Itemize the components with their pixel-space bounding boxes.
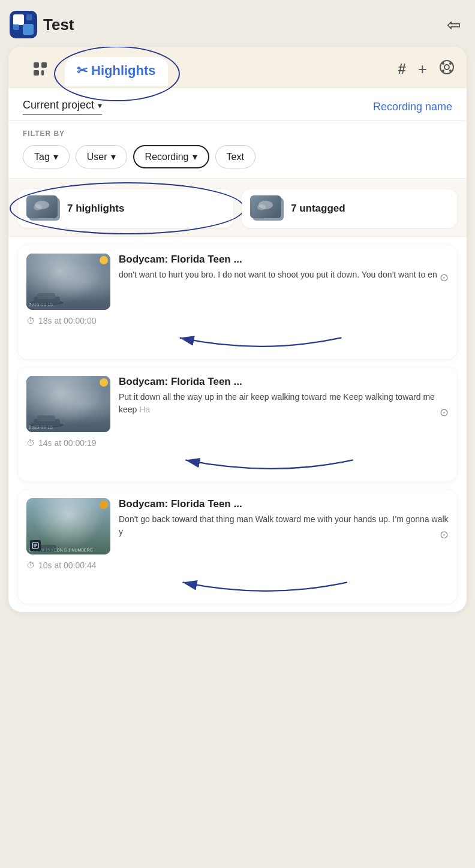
highlight-info-3: Bodycam: Florida Teen ... Don't go back … bbox=[119, 498, 449, 543]
svg-point-11 bbox=[442, 62, 444, 65]
highlight-card-3-inner: 2023 09 15 XEON S 1 NUMBERG Bodycam: Flo… bbox=[18, 490, 457, 554]
highlights-thumb-stack bbox=[26, 195, 61, 222]
untagged-thumb-front bbox=[250, 195, 281, 218]
tab-bar: ✂ Highlights # + bbox=[8, 47, 467, 88]
highlight-card-2: 2023 09 15 Bodycam: Florida Teen ... Put… bbox=[18, 367, 457, 481]
summary-highlights-card[interactable]: 7 highlights bbox=[18, 189, 233, 228]
back-button[interactable]: ⇦ bbox=[447, 15, 461, 35]
highlight-text-muted-2: Ha bbox=[139, 405, 150, 414]
highlight-title-1: Bodycam: Florida Teen ... bbox=[119, 254, 449, 266]
highlight-text-content-2: Put it down all the way up in the air ke… bbox=[119, 392, 435, 414]
highlight-card-2-inner: 2023 09 15 Bodycam: Florida Teen ... Put… bbox=[18, 367, 457, 432]
filter-recording-button[interactable]: Recording ▾ bbox=[133, 145, 209, 168]
highlights-count: 7 highlights bbox=[67, 203, 124, 215]
highlight-info-2: Bodycam: Florida Teen ... Put it down al… bbox=[119, 376, 449, 421]
thumb-badge-3 bbox=[100, 501, 108, 509]
app-title: Test bbox=[43, 16, 74, 34]
svg-point-18 bbox=[257, 204, 266, 210]
arrow-annotation-3 bbox=[18, 577, 457, 601]
highlight-text-3: Don't go back toward that thing man Walk… bbox=[119, 513, 449, 538]
svg-rect-3 bbox=[13, 24, 19, 30]
svg-rect-1 bbox=[13, 14, 24, 25]
highlight-card-1: 2023 09 15 Bodycam: Florida Teen ... don… bbox=[18, 245, 457, 359]
header-left: Test bbox=[10, 11, 74, 38]
thumb-icon-3 bbox=[30, 540, 41, 551]
svg-point-14 bbox=[449, 70, 452, 72]
scissors-icon: ✂ bbox=[77, 63, 88, 79]
filter-section: FILTER BY Tag ▾ User ▾ Recording ▾ Text bbox=[8, 121, 467, 179]
filter-user-arrow: ▾ bbox=[111, 151, 116, 162]
expand-icon-2[interactable]: ⊙ bbox=[440, 405, 449, 421]
filter-tag-label: Tag bbox=[34, 152, 50, 162]
highlight-info-1: Bodycam: Florida Teen ... don't want to … bbox=[119, 254, 449, 286]
highlight-duration-3: 10s at 00:00:44 bbox=[38, 560, 97, 570]
clock-icon-2: ⏱ bbox=[26, 438, 35, 448]
highlight-title-3: Bodycam: Florida Teen ... bbox=[119, 498, 449, 510]
project-selector[interactable]: Current project ▾ bbox=[23, 99, 102, 114]
tab-grid[interactable] bbox=[20, 55, 60, 88]
untagged-count: 7 untagged bbox=[291, 203, 345, 215]
filter-recording-arrow: ▾ bbox=[193, 151, 197, 162]
svg-rect-7 bbox=[34, 70, 39, 76]
grid-icon bbox=[32, 61, 48, 80]
highlight-duration-2: 14s at 00:00:19 bbox=[38, 438, 97, 448]
video-thumb-1[interactable]: 2023 09 15 bbox=[26, 254, 110, 310]
tab-highlights-label: Highlights bbox=[91, 63, 156, 79]
svg-rect-2 bbox=[23, 24, 34, 35]
thumb-badge-2 bbox=[100, 378, 108, 387]
thumb-badge-1 bbox=[100, 256, 108, 264]
app-logo bbox=[10, 11, 37, 38]
highlight-meta-3: ⏱ 10s at 00:00:44 bbox=[18, 554, 457, 577]
highlight-meta-1: ⏱ 18s at 00:00:00 bbox=[18, 310, 457, 333]
tab-highlights[interactable]: ✂ Highlights bbox=[65, 57, 168, 86]
svg-rect-21 bbox=[37, 293, 55, 299]
expand-icon-3[interactable]: ⊙ bbox=[440, 527, 449, 543]
filter-text-label: Text bbox=[227, 152, 244, 162]
svg-rect-25 bbox=[37, 415, 55, 421]
svg-point-13 bbox=[442, 70, 444, 72]
app-header: Test ⇦ bbox=[0, 0, 475, 47]
video-thumb-2[interactable]: 2023 09 15 bbox=[26, 376, 110, 432]
recording-name-link[interactable]: Recording name bbox=[373, 101, 452, 113]
arrow-annotation-1 bbox=[18, 333, 457, 357]
clock-icon-3: ⏱ bbox=[26, 560, 35, 570]
reel-icon[interactable] bbox=[439, 59, 455, 79]
add-icon[interactable]: + bbox=[418, 60, 427, 79]
svg-point-16 bbox=[34, 204, 42, 210]
filter-buttons: Tag ▾ User ▾ Recording ▾ Text bbox=[23, 145, 452, 168]
tab-extra-icons: # + bbox=[398, 59, 455, 83]
highlight-text-content-1: don't want to hurt you bro. I do not wan… bbox=[119, 270, 437, 279]
filter-text-button[interactable]: Text bbox=[215, 145, 255, 168]
svg-rect-5 bbox=[34, 62, 39, 68]
thumb-stack-front bbox=[26, 195, 58, 218]
project-label: Current project bbox=[23, 99, 94, 111]
svg-rect-6 bbox=[41, 62, 47, 68]
highlight-card-3: 2023 09 15 XEON S 1 NUMBERG Bodycam: Flo… bbox=[18, 490, 457, 604]
arrow-annotation-2 bbox=[18, 455, 457, 479]
highlight-text-1: don't want to hurt you bro. I do not wan… bbox=[119, 269, 449, 281]
hashtag-icon[interactable]: # bbox=[398, 61, 405, 77]
svg-rect-4 bbox=[26, 14, 32, 20]
filter-tag-arrow: ▾ bbox=[53, 151, 58, 162]
video-thumb-3[interactable]: 2023 09 15 XEON S 1 NUMBERG bbox=[26, 498, 110, 554]
svg-point-12 bbox=[449, 62, 452, 65]
svg-rect-8 bbox=[41, 70, 44, 76]
untagged-thumb-stack bbox=[250, 195, 285, 222]
highlights-list: 2023 09 15 Bodycam: Florida Teen ... don… bbox=[8, 237, 467, 612]
project-dropdown-arrow: ▾ bbox=[98, 101, 102, 110]
filter-recording-label: Recording bbox=[145, 152, 189, 162]
highlight-meta-2: ⏱ 14s at 00:00:19 bbox=[18, 432, 457, 455]
highlight-title-2: Bodycam: Florida Teen ... bbox=[119, 376, 449, 388]
svg-point-10 bbox=[444, 65, 449, 70]
svg-point-9 bbox=[440, 61, 453, 74]
clock-icon-1: ⏱ bbox=[26, 316, 35, 326]
filter-user-button[interactable]: User ▾ bbox=[76, 145, 127, 168]
expand-icon-1[interactable]: ⊙ bbox=[440, 270, 449, 286]
filter-tag-button[interactable]: Tag ▾ bbox=[23, 145, 70, 168]
main-card: ✂ Highlights # + Current project ▾ bbox=[8, 47, 467, 612]
highlight-text-content-3: Don't go back toward that thing man Walk… bbox=[119, 514, 449, 537]
summary-untagged-card[interactable]: 7 untagged bbox=[242, 189, 457, 228]
toolbar: Current project ▾ Recording name bbox=[8, 88, 467, 121]
filter-label: FILTER BY bbox=[23, 129, 452, 138]
highlight-card-1-inner: 2023 09 15 Bodycam: Florida Teen ... don… bbox=[18, 245, 457, 310]
